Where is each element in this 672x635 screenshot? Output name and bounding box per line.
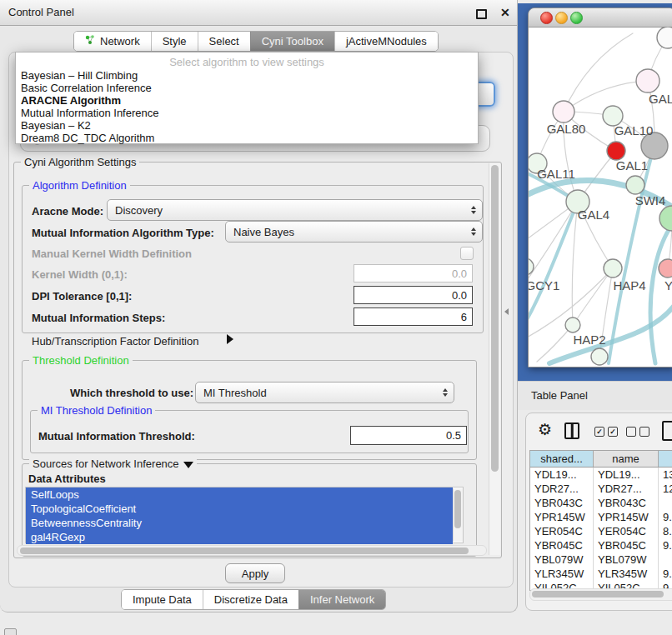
tab-impute-data[interactable]: Impute Data xyxy=(122,590,203,609)
attribute-item-betweennesscentrality[interactable]: BetweennessCentrality xyxy=(26,516,453,530)
tab-cyni-toolbox[interactable]: Cyni Toolbox xyxy=(250,32,334,51)
column-header-shared[interactable]: shared... xyxy=(530,451,594,467)
table-cell xyxy=(659,552,672,567)
table-panel-titlebar: Table Panel xyxy=(518,381,672,410)
sources-group-title[interactable]: Sources for Network Inference xyxy=(29,458,197,470)
table-row[interactable]: YDR27...YDR27...12 xyxy=(530,482,672,496)
splitter-collapse-icon[interactable] xyxy=(504,308,509,315)
kernel-width-field[interactable]: 0.0 xyxy=(354,264,473,282)
network-node[interactable] xyxy=(659,206,672,231)
network-node-y[interactable] xyxy=(659,259,672,278)
stepper-arrows-icon xyxy=(443,388,448,397)
network-node-swi4[interactable] xyxy=(626,176,644,194)
algorithm-option-aracne-algorithm[interactable]: ARACNE Algorithm xyxy=(16,94,478,107)
zoom-traffic-light-icon[interactable] xyxy=(570,12,583,24)
network-canvas[interactable]: GALGAL80GAL10GAL1GAL11SWI4GAL4GCY1HAP4YH… xyxy=(529,27,672,367)
algorithm-option-mutual-information-inference[interactable]: Mutual Information Inference xyxy=(16,107,478,119)
table-cell: YBL079W xyxy=(594,552,659,567)
node-label-hap4: HAP4 xyxy=(613,278,645,292)
algorithm-option-bayesian-hill-climbing[interactable]: Bayesian – Hill Climbing xyxy=(16,69,478,82)
table-cell: YBR045C xyxy=(594,538,659,552)
minimized-panel-icon[interactable] xyxy=(4,628,17,635)
table-row[interactable]: YDL19...YDL19...13 xyxy=(530,468,672,482)
close-icon[interactable]: ✕ xyxy=(500,5,510,20)
network-svg: GALGAL80GAL10GAL1GAL11SWI4GAL4GCY1HAP4YH… xyxy=(529,27,672,367)
dropdown-prompt: Select algorithm to view settings xyxy=(16,55,478,69)
table-cell: 13 xyxy=(659,468,672,482)
hub-definition-label[interactable]: Hub/Transcription Factor Definition xyxy=(32,335,198,348)
table-cell: 9. xyxy=(659,567,672,581)
select-all-icon[interactable]: ✓✓ xyxy=(594,427,618,437)
network-node-hap2[interactable] xyxy=(565,318,580,332)
table-row[interactable]: YER054CYER054C8. xyxy=(530,524,672,538)
which-threshold-label: Which threshold to use: xyxy=(70,387,193,399)
network-node-gal1[interactable] xyxy=(607,142,625,160)
table-horizontal-scrollbar[interactable] xyxy=(529,588,672,601)
attribute-item-selfloops[interactable]: SelfLoops xyxy=(26,488,453,502)
tab-style[interactable]: Style xyxy=(151,32,198,51)
mi-steps-field[interactable]: 6 xyxy=(354,308,473,326)
control-panel-tabs: NetworkStyleSelectCyni ToolboxjActiveMNo… xyxy=(73,31,439,52)
network-node-gal80[interactable] xyxy=(553,101,574,122)
which-threshold-combo[interactable]: MI Threshold xyxy=(195,382,454,403)
deselect-all-icon[interactable] xyxy=(626,427,649,437)
settings-vertical-scrollbar[interactable] xyxy=(489,163,500,555)
table-cell: YBR043C xyxy=(594,496,659,510)
tab-network[interactable]: Network xyxy=(74,32,151,51)
expand-arrow-icon[interactable] xyxy=(227,334,233,344)
network-edge xyxy=(564,33,633,112)
tab-select[interactable]: Select xyxy=(198,32,250,51)
aracne-mode-combo[interactable]: Discovery xyxy=(107,199,483,221)
data-attributes-list[interactable]: SelfLoopsTopologicalCoefficientBetweenne… xyxy=(25,487,464,543)
network-node-gal[interactable] xyxy=(636,69,659,92)
which-threshold-value: MI Threshold xyxy=(203,387,267,399)
settings-gear-icon[interactable]: ⚙ xyxy=(538,422,552,438)
minimize-traffic-light-icon[interactable] xyxy=(555,12,568,24)
tab-discretize-data[interactable]: Discretize Data xyxy=(203,590,298,609)
mi-threshold-field[interactable]: 0.5 xyxy=(350,426,467,445)
stepper-arrows-icon xyxy=(471,228,476,236)
network-node[interactable] xyxy=(657,27,672,48)
table-row[interactable]: YBR045CYBR045C9. xyxy=(530,538,672,552)
mi-type-combo[interactable]: Naive Bayes xyxy=(225,221,483,242)
column-header-a[interactable]: A xyxy=(659,451,672,467)
tab-label: Style xyxy=(163,35,187,48)
apply-button[interactable]: Apply xyxy=(225,563,285,583)
new-table-icon[interactable] xyxy=(662,421,672,441)
algorithm-option-dream8-dc-tdc-algorithm[interactable]: Dream8 DC_TDC Algorithm xyxy=(16,132,478,144)
network-node-gcy1[interactable] xyxy=(529,258,534,275)
algorithm-popup-list: Bayesian – Hill ClimbingBasic Correlatio… xyxy=(16,69,478,144)
attribute-item-topologicalcoefficient[interactable]: TopologicalCoefficient xyxy=(26,502,453,516)
algorithm-option-basic-correlation-inference[interactable]: Basic Correlation Inference xyxy=(16,82,478,94)
network-node[interactable] xyxy=(591,348,608,365)
node-label-gal: GAL xyxy=(649,92,672,106)
tab-jactivemnodules[interactable]: jActiveMNodules xyxy=(334,32,438,51)
manual-kernel-checkbox[interactable] xyxy=(460,247,474,260)
table-row[interactable]: YLR345WYLR345W9. xyxy=(530,567,672,581)
algorithm-option-bayesian-k2[interactable]: Bayesian – K2 xyxy=(16,119,478,132)
table-panel-body: ⚙ ✓✓ shared...nameA YDL19...YDL19...13YD… xyxy=(525,412,672,611)
control-panel-titlebar: Control Panel ✕ xyxy=(0,0,517,26)
settings-horizontal-scrollbar[interactable] xyxy=(17,545,487,556)
table-row[interactable]: YBR043CYBR043C xyxy=(530,496,672,510)
close-traffic-light-icon[interactable] xyxy=(540,12,553,24)
collapse-arrow-icon xyxy=(183,462,193,468)
network-edge xyxy=(529,202,578,285)
list-vertical-scrollbar[interactable] xyxy=(453,488,463,542)
column-view-icon[interactable] xyxy=(564,422,579,439)
column-header-name[interactable]: name xyxy=(594,451,659,467)
table-cell: 8. xyxy=(659,524,672,538)
stepper-arrows-icon xyxy=(471,206,476,214)
table-cell: YBL079W xyxy=(530,552,594,567)
tab-infer-network[interactable]: Infer Network xyxy=(298,590,385,609)
table-row[interactable]: YPR145WYPR145W9. xyxy=(530,510,672,524)
network-node-hap4[interactable] xyxy=(604,259,622,278)
table-row[interactable]: YBL079WYBL079W xyxy=(530,552,672,567)
attribute-item-gal4rgexp[interactable]: gal4RGexp xyxy=(26,530,453,544)
table-cell: YER054C xyxy=(594,524,659,538)
algorithm-definition-title: Algorithm Definition xyxy=(29,179,130,192)
node-label-gal4: GAL4 xyxy=(578,208,609,222)
float-window-icon[interactable] xyxy=(476,9,487,19)
mi-type-value: Naive Bayes xyxy=(233,226,294,238)
dpi-tolerance-field[interactable]: 0.0 xyxy=(354,286,473,304)
